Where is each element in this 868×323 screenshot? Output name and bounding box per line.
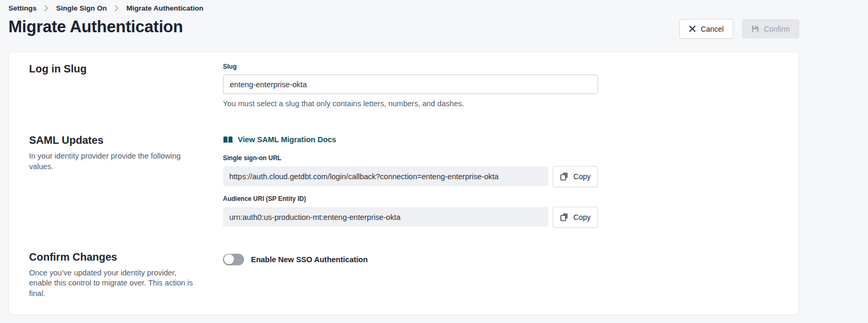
toggle-knob [224,254,234,264]
copy-audience-uri-button[interactable]: Copy [553,207,598,228]
confirm-button[interactable]: Confirm [742,19,799,39]
enable-sso-toggle-label: Enable New SSO Authentication [251,255,368,264]
breadcrumb-settings[interactable]: Settings [8,4,36,12]
confirm-changes-section: Confirm Changes Once you’ve updated your… [29,251,779,299]
login-slug-heading: Log in Slug [29,63,223,75]
enable-sso-toggle[interactable] [223,254,244,265]
confirm-changes-description: Once you’ve updated your identity provid… [29,268,198,299]
copy-sso-url-button[interactable]: Copy [553,166,598,187]
page-title: Migrate Authentication [8,17,183,36]
saml-updates-description: In your identity provider provide the fo… [29,151,198,172]
copy-button-label: Copy [573,213,591,222]
breadcrumb-single-sign-on[interactable]: Single Sign On [56,4,107,12]
sso-url-value: https://auth.cloud.getdbt.com/login/call… [223,167,548,186]
cancel-button[interactable]: Cancel [679,19,733,39]
confirm-changes-heading: Confirm Changes [29,251,223,263]
slug-field-label: Slug [223,63,598,70]
audience-uri-label: Audience URI (SP Entity ID) [223,195,598,202]
view-saml-migration-docs-link[interactable]: View SAML Migration Docs [223,135,336,144]
breadcrumb-migrate-authentication: Migrate Authentication [126,4,203,12]
open-book-icon [223,136,233,144]
audience-uri-value: urn:auth0:us-production-mt:enteng-enterp… [223,207,548,227]
slug-helper-text: You must select a slug that only contain… [223,99,598,108]
breadcrumb: Settings Single Sign On Migrate Authenti… [8,0,799,12]
migrate-authentication-panel: Log in Slug Slug You must select a slug … [8,52,799,315]
copy-icon [560,172,568,181]
slug-input[interactable] [223,75,598,94]
chevron-right-icon [114,5,119,12]
save-icon [751,25,759,33]
chevron-right-icon [44,5,49,12]
confirm-button-label: Confirm [764,25,790,33]
page: Settings Single Sign On Migrate Authenti… [0,0,868,323]
view-saml-migration-docs-label: View SAML Migration Docs [238,135,336,144]
sso-url-label: Single sign-on URL [223,154,598,162]
saml-updates-section: SAML Updates In your identity provider p… [29,134,779,228]
cancel-button-label: Cancel [701,25,724,33]
header-actions: Cancel Confirm [679,19,799,39]
login-slug-section: Log in Slug Slug You must select a slug … [29,63,779,108]
page-header: Migrate Authentication Cancel [8,17,799,39]
copy-icon [560,213,568,222]
x-close-icon [689,25,696,32]
copy-button-label: Copy [573,172,591,181]
saml-updates-heading: SAML Updates [29,134,223,146]
